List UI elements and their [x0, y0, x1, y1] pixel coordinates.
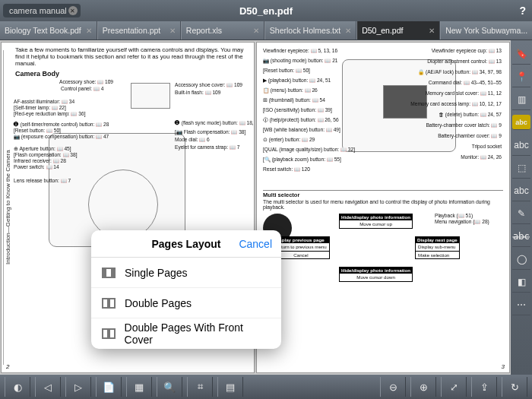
clear-search-icon[interactable]: ✕ — [68, 6, 78, 15]
prev-icon[interactable]: ◁ — [35, 377, 61, 397]
brightness-icon[interactable]: ◐ — [5, 377, 30, 397]
text-box-icon[interactable]: abc — [512, 135, 530, 156]
tab-label: Report.xls — [186, 26, 222, 35]
reload-icon[interactable]: ↻ — [502, 377, 527, 397]
annotation-toolbar: 🔖📍▥abcabc⬚abc✎a̶b̶c̶◯◧⋯ — [511, 40, 532, 375]
search-value: camera manual — [9, 6, 67, 15]
callout: ⊙ (enter) button: 📖 29 — [263, 138, 315, 143]
option-label: Single Pages — [125, 267, 188, 279]
ms-right-t1: Display sub-menu — [415, 243, 460, 251]
multiselector-desc: The multi selector is used for menu navi… — [263, 199, 503, 211]
callout: [Red-eye reduction lamp: 📖 36] — [14, 112, 86, 117]
close-icon[interactable]: ✕ — [81, 27, 92, 35]
callout: [QUAL (image quality/size) button: 📖 32] — [263, 147, 355, 153]
note-icon[interactable]: ▥ — [512, 89, 530, 110]
callout: Memory card access lamp: 📖 10, 12, 17 — [410, 102, 502, 107]
callout: Built-in flash: 📖 109 — [175, 90, 220, 96]
tab-0[interactable]: Biology Text Book.pdf✕ — [0, 21, 97, 40]
fit-icon[interactable]: ⤢ — [441, 377, 467, 397]
callout: [WB (white balance) button: 📖 49] — [263, 128, 340, 133]
zoom-out-icon[interactable]: ⊖ — [380, 377, 406, 397]
close-icon[interactable]: ✕ — [340, 27, 351, 35]
multiselector-diagram: Hide/display photo information Move curs… — [263, 214, 503, 283]
layout-option-single[interactable]: Single Pages — [91, 258, 281, 288]
callout: Power switch: 📖 14 — [14, 165, 59, 170]
text-underline-icon[interactable]: abc — [512, 180, 530, 201]
help-button[interactable]: ? — [519, 5, 526, 17]
callout: Accessory shoe: 📖 109 — [59, 80, 113, 85]
callout: Monitor: 📖 24, 26 — [461, 155, 502, 160]
close-icon[interactable]: ✕ — [249, 27, 259, 35]
zoom-in-icon[interactable]: ⊕ — [410, 377, 436, 397]
strike-icon[interactable]: a̶b̶c̶ — [512, 226, 530, 247]
layout-option-double[interactable]: Double Pages — [91, 288, 281, 318]
ms-right-t2: Make selection — [415, 252, 460, 259]
pages-layout-popover: Pages Layout Cancel Single Pages Double … — [91, 230, 281, 349]
tab-4[interactable]: D50_en.pdf✕ — [356, 21, 440, 40]
tab-label: Sherlock Holmes.txt — [270, 26, 340, 35]
section-heading: Camera Body — [15, 70, 248, 78]
stamp-icon[interactable]: ⬚ — [512, 157, 530, 179]
accessory-shoe-image — [131, 83, 170, 109]
option-label: Double Pages — [125, 297, 192, 309]
tab-1[interactable]: Presentation.ppt✕ — [97, 21, 181, 40]
callout: 🗑 (delete) button: 📖 24, 57 — [439, 112, 502, 118]
tab-3[interactable]: Sherlock Holmes.txt✕ — [264, 21, 356, 40]
cancel-button[interactable]: Cancel — [239, 238, 272, 250]
callout: [Reset button: 📖 50] — [263, 68, 310, 74]
tab-2[interactable]: Report.xls✕ — [181, 21, 264, 40]
share-icon[interactable]: ⇪ — [471, 377, 497, 397]
page-right[interactable]: Viewfinder eyepiece: 📖 5, 13, 16📷 (shoot… — [256, 42, 510, 373]
bookmark-icon[interactable]: 🔖 — [512, 43, 530, 65]
callout: Control panel: 📖 4 — [61, 87, 103, 92]
callout: Eyelet for camera strap: 📖 7 — [175, 145, 239, 150]
tab-label: D50_en.pdf — [362, 26, 403, 35]
option-label: Double Pages With Front Cover — [125, 321, 271, 346]
camera-back-diagram: Viewfinder eyepiece: 📖 5, 13, 16📷 (shoot… — [263, 49, 503, 187]
callout: Reset switch: 📖 120 — [263, 167, 310, 173]
pin-icon[interactable]: 📍 — [512, 66, 530, 87]
ms-up-text: Move cursor up — [339, 220, 413, 228]
callout: [🔍 (playback zoom) button: 📖 55] — [263, 157, 341, 163]
search-icon[interactable]: 🔍 — [157, 377, 182, 397]
callout: ⊞ (thumbnail) button: 📖 54 — [263, 98, 325, 103]
close-icon[interactable]: ✕ — [424, 27, 435, 35]
thumbs-icon[interactable]: ▦ — [126, 377, 152, 397]
ms-right-black: Display next page — [415, 236, 460, 243]
callout: Mode dial: 📖 6 — [175, 138, 210, 143]
callout: 📷 (shooting mode) button: 📖 21 — [263, 59, 337, 64]
popover-header: Pages Layout Cancel — [91, 230, 281, 258]
grid-icon[interactable]: ▤ — [217, 377, 243, 397]
callout: 🔒 (AE/AF lock) button: 📖 34, 97, 98 — [418, 70, 502, 75]
callout: [📷 Flash compensation: 📖 38] — [175, 130, 245, 135]
eraser-icon[interactable]: ◧ — [512, 271, 530, 293]
callout: Battery-chamber cover: 📖 9 — [438, 134, 502, 139]
callout: Battery-chamber cover latch: 📖 9 — [426, 123, 502, 128]
callout: 🅘 (flash sync mode) button: 📖 18, 36 — [175, 121, 255, 126]
draw-icon[interactable]: ✎ — [512, 203, 530, 224]
callout: Diopter adjustment control: 📖 13 — [427, 59, 502, 65]
shape-icon[interactable]: ◯ — [512, 249, 530, 270]
close-icon[interactable]: ✕ — [527, 27, 532, 35]
crop-icon[interactable]: ⌗ — [187, 377, 213, 397]
tab-label: Biology Text Book.pdf — [5, 26, 81, 35]
page-icon[interactable]: 📄 — [96, 377, 122, 397]
ms-note2: Menu navigation (📖 28) — [435, 220, 489, 225]
close-icon[interactable]: ✕ — [165, 27, 176, 35]
callout: Command dial: 📖 43–45, 51–55 — [429, 81, 502, 86]
callout: Lens release button: 📖 7 — [14, 179, 71, 184]
tab-5[interactable]: New York Subwayma...✕ — [440, 21, 532, 40]
double-cover-icon — [102, 328, 116, 339]
ms-up-black: Hide/display photo information — [339, 214, 413, 220]
bottom-toolbar: ◐◁▷📄▦🔍⌗▤⊖⊕⤢⇪↻ — [0, 375, 532, 399]
callout: 📷 (exposure compensation) button: 📖 47 — [14, 135, 109, 140]
next-icon[interactable]: ▷ — [65, 377, 91, 397]
callout: 📋 (menu) button: 📖 26 — [263, 88, 318, 93]
layout-option-double-cover[interactable]: Double Pages With Front Cover — [91, 318, 281, 349]
more-icon[interactable]: ⋯ — [512, 294, 530, 315]
text-highlight-icon[interactable]: abc — [512, 115, 530, 130]
camera-lens-image — [88, 169, 158, 239]
callout: 🛈 (help/protect) button: 📖 26, 56 — [263, 118, 339, 123]
callout: Tripod socket — [472, 144, 502, 150]
search-input[interactable]: camera manual ✕ — [3, 4, 81, 17]
